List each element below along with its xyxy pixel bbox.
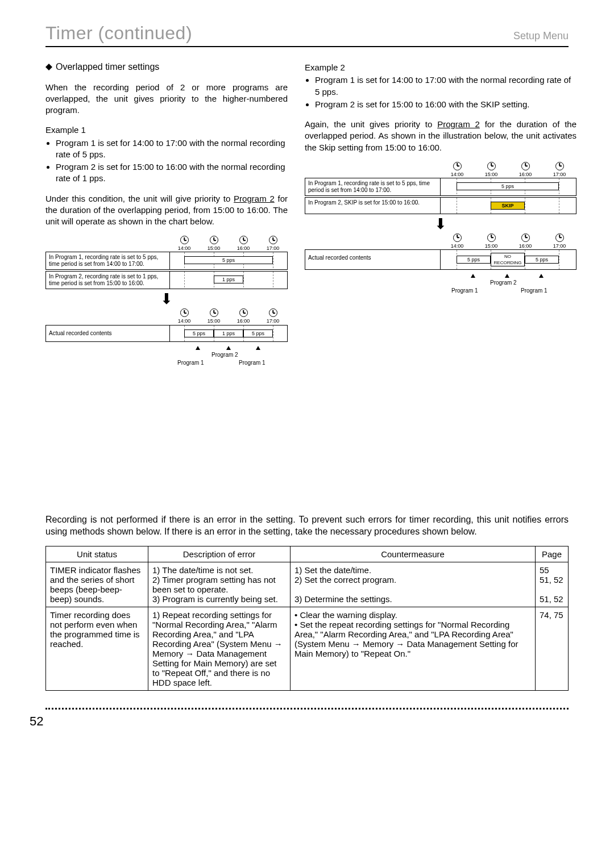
- clock-icon: [487, 162, 496, 170]
- r2-unit-status: Timer recording does not perform even wh…: [46, 607, 148, 690]
- example1-bullets: Program 1 is set for 14:00 to 17:00 with…: [45, 137, 288, 185]
- ex2-bullet1: Program 1 is set for 14:00 to 17:00 with…: [315, 74, 576, 98]
- clock-icon: [239, 308, 248, 317]
- r2-page: 74, 75: [536, 607, 569, 690]
- diagram2-clocks-bottom: 14:00 15:00 16:00 17:00: [440, 233, 576, 249]
- example2-label: Example 2: [305, 62, 576, 73]
- th-page: Page: [536, 546, 569, 562]
- ex2-paragraph: Again, the unit gives priority to Progra…: [305, 119, 576, 153]
- clock-icon: [180, 236, 189, 244]
- header-section: Setup Menu: [513, 30, 569, 42]
- dotted-rule: [45, 708, 569, 710]
- r1-description: 1) The date/time is not set. 2) Timer pr…: [148, 562, 291, 607]
- clock-icon: [555, 233, 564, 242]
- clock-icon: [521, 233, 530, 242]
- diagram1-row1: In Program 1, recording rate is set to 5…: [45, 252, 288, 270]
- diagram2-clocks-top: 14:00 15:00 16:00 17:00: [440, 162, 576, 178]
- clock-icon: [487, 233, 496, 242]
- diagram1: 14:00 15:00 16:00 17:00 In Program 1, re…: [45, 236, 288, 365]
- diagram1-row2: In Program 2, recording rate is set to 1…: [45, 271, 288, 289]
- diagram2: 14:00 15:00 16:00 17:00 In Program 1, re…: [305, 162, 576, 294]
- r1-page: 55 51, 52 51, 52: [536, 562, 569, 607]
- error-table: Unit status Description of error Counter…: [45, 546, 569, 691]
- ex1-bullet1: Program 1 is set for 14:00 to 17:00 with…: [56, 137, 288, 161]
- page-number: 52: [30, 714, 569, 729]
- clock-icon: [521, 162, 530, 170]
- prog2-underline: Program 2: [234, 194, 275, 203]
- th-unit-status: Unit status: [46, 546, 148, 562]
- no-recording-segment: NORECORDING: [491, 253, 525, 266]
- diagram2-row1: In Program 1, recording rate is set to 5…: [305, 178, 576, 196]
- diamond-icon: [45, 60, 52, 67]
- clock-icon: [239, 236, 248, 244]
- ex1-bullet2: Program 2 is set for 15:00 to 16:00 with…: [56, 161, 288, 185]
- intro-paragraph: When the recording period of 2 or more p…: [45, 82, 288, 116]
- clock-icon: [210, 236, 218, 244]
- clock-icon: [269, 308, 277, 317]
- section-heading-text: Overlapped timer settings: [56, 61, 159, 73]
- table-row: TIMER indicator flashes and the series o…: [46, 562, 569, 607]
- error-intro: Recording is not performed if there is a…: [45, 514, 569, 538]
- clock-icon: [269, 236, 277, 244]
- section-heading: Overlapped timer settings: [45, 61, 288, 73]
- right-column: Example 2 Program 1 is set for 14:00 to …: [305, 57, 576, 366]
- clock-icon: [180, 308, 189, 317]
- th-countermeasure: Countermeasure: [291, 546, 536, 562]
- r1-countermeasure: 1) Set the date/time. 2) Set the correct…: [291, 562, 536, 607]
- diagram1-bottom-labels: Program 2 Program 1 Program 1: [45, 343, 288, 366]
- r2-description: 1) Repeat recording settings for "Normal…: [148, 607, 291, 690]
- diagram2-row2: In Program 2, SKIP is set for 15:00 to 1…: [305, 197, 576, 214]
- ex2-bullet2: Program 2 is set for 15:00 to 16:00 with…: [315, 99, 576, 110]
- clock-icon: [453, 233, 462, 242]
- diagram1-clocks-bottom: 14:00 15:00 16:00 17:00: [169, 308, 288, 324]
- page-header: Timer (continued) Setup Menu: [45, 23, 569, 47]
- ex1-paragraph: Under this condition, the unit will give…: [45, 193, 288, 228]
- clock-icon: [555, 162, 564, 170]
- diagram1-actual: Actual recorded contents 5 pps 1 pps 5 p…: [45, 325, 288, 342]
- prog2-underline: Program 2: [437, 119, 480, 129]
- down-arrow-icon: ⬇: [45, 291, 288, 306]
- table-row: Timer recording does not perform even wh…: [46, 607, 569, 690]
- r2-countermeasure: • Clear the warning display. • Set the r…: [291, 607, 536, 690]
- diagram2-bottom-labels: Program 2 Program 1 Program 1: [305, 271, 576, 294]
- example2-bullets: Program 1 is set for 14:00 to 17:00 with…: [305, 74, 576, 110]
- left-column: Overlapped timer settings When the recor…: [45, 57, 288, 366]
- diagram1-clocks-top: 14:00 15:00 16:00 17:00: [169, 236, 288, 252]
- page-title: Timer (continued): [45, 23, 192, 44]
- down-arrow-icon: ⬇: [305, 216, 576, 231]
- diagram2-actual: Actual recorded contents 5 pps NORECORDI…: [305, 249, 576, 270]
- r1-unit-status: TIMER indicator flashes and the series o…: [46, 562, 148, 607]
- example1-label: Example 1: [45, 124, 288, 136]
- clock-icon: [210, 308, 218, 317]
- th-description: Description of error: [148, 546, 291, 562]
- clock-icon: [453, 162, 462, 170]
